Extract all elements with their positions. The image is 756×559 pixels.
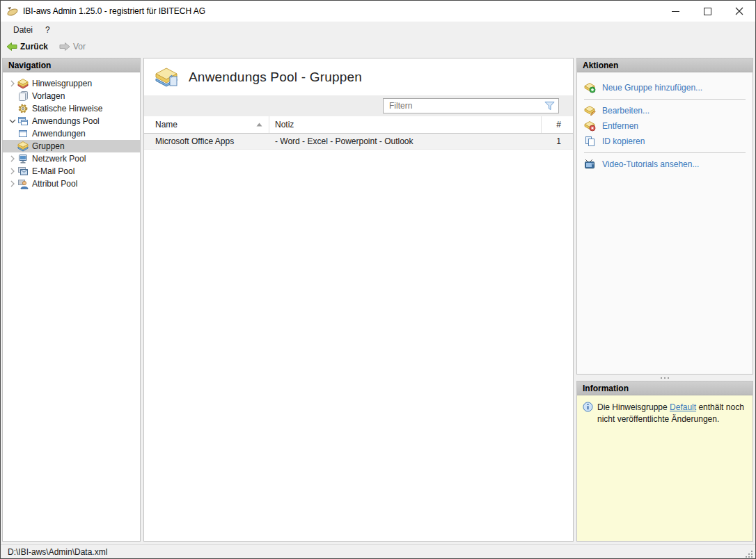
tree-item-label: Statische Hinweise xyxy=(32,104,102,113)
tree-item-netzwerk-pool[interactable]: Netzwerk Pool xyxy=(3,152,140,165)
action-label: Neue Gruppe hinzufügen... xyxy=(602,83,702,93)
column-header-name[interactable]: Name xyxy=(144,120,269,129)
forward-button-label: Vor xyxy=(73,42,86,52)
action-label: Entfernen xyxy=(602,121,638,131)
tree-item-label: Netzwerk Pool xyxy=(32,154,86,164)
remove-group-icon xyxy=(584,120,596,132)
chevron-right-icon[interactable] xyxy=(8,155,17,162)
action-add-group[interactable]: Neue Gruppe hinzufügen... xyxy=(584,80,746,95)
copy-id-icon xyxy=(584,136,596,147)
actions-separator xyxy=(584,152,746,153)
forward-arrow-icon xyxy=(59,42,70,52)
toolbar: Zurück Vor xyxy=(1,38,755,55)
filter-input[interactable] xyxy=(383,98,559,113)
minimize-button[interactable] xyxy=(659,1,691,22)
splitter-grip-icon xyxy=(664,377,666,379)
forward-button[interactable]: Vor xyxy=(57,40,88,53)
information-panel-header: Information xyxy=(577,381,753,395)
action-label: Bearbeiten... xyxy=(602,106,649,116)
notice-groups-icon xyxy=(17,78,29,89)
tree-item-email-pool[interactable]: E-Mail Pool xyxy=(3,165,140,178)
action-edit[interactable]: Bearbeiten... xyxy=(584,103,746,118)
add-group-icon xyxy=(584,82,596,93)
info-text-before: Die Hinweisgruppe xyxy=(597,402,670,412)
tree-item-label: Gruppen xyxy=(32,141,65,151)
statusbar: D:\IBI-aws\Admin\Data.xml xyxy=(1,544,755,558)
actions-separator xyxy=(584,99,746,100)
maximize-button[interactable] xyxy=(691,1,723,22)
navigation-panel-header: Navigation xyxy=(3,58,140,72)
table-row[interactable]: Microsoft Office Apps - Word - Excel - P… xyxy=(144,134,573,150)
attribute-pool-icon xyxy=(17,178,29,189)
column-label: Notiz xyxy=(275,120,294,129)
panel-splitter[interactable] xyxy=(576,375,753,381)
column-label: Name xyxy=(155,120,178,129)
window-title: IBI-aws Admin 1.25.0 - registriert für I… xyxy=(23,6,205,16)
tree-item-attribut-pool[interactable]: Attribut Pool xyxy=(3,178,140,190)
close-button[interactable] xyxy=(723,1,755,22)
back-button[interactable]: Zurück xyxy=(4,40,50,53)
column-header-count[interactable]: # xyxy=(541,116,573,133)
tree-item-anwendungs-pool[interactable]: Anwendungs Pool xyxy=(3,115,140,127)
static-notices-icon xyxy=(17,103,29,114)
menu-datei[interactable]: Datei xyxy=(7,24,39,36)
tree-item-label: Anwendungen xyxy=(32,129,86,139)
email-pool-icon xyxy=(17,166,29,177)
action-copy-id[interactable]: ID kopieren xyxy=(584,134,746,149)
groups-icon xyxy=(17,141,29,152)
chevron-down-icon[interactable] xyxy=(8,118,17,124)
sort-ascending-icon xyxy=(256,123,262,127)
app-icon xyxy=(6,6,19,17)
main-panel: Anwendungs Pool - Gruppen Name xyxy=(143,58,574,542)
action-label: ID kopieren xyxy=(602,136,645,146)
tree-item-label: Hinweisgruppen xyxy=(32,79,92,88)
main-header: Anwendungs Pool - Gruppen xyxy=(144,58,573,95)
tree-item-gruppen[interactable]: Gruppen xyxy=(3,140,140,152)
tree-item-label: E-Mail Pool xyxy=(32,166,74,176)
back-button-label: Zurück xyxy=(20,42,48,52)
chevron-right-icon[interactable] xyxy=(8,180,17,187)
navigation-panel: Navigation Hinweisgruppen xyxy=(2,58,141,542)
resize-grip[interactable] xyxy=(745,550,753,558)
tree-item-anwendungen[interactable]: Anwendungen xyxy=(3,127,140,140)
information-panel: Information Die Hinweisgruppe Default en… xyxy=(576,381,753,542)
navigation-tree: Hinweisgruppen Vorlagen xyxy=(3,72,140,190)
info-message: Die Hinweisgruppe Default enthält noch n… xyxy=(597,402,747,426)
workspace: Navigation Hinweisgruppen xyxy=(1,55,755,544)
action-remove[interactable]: Entfernen xyxy=(584,118,746,134)
cell-name: Microsoft Office Apps xyxy=(144,136,269,146)
filter-icon[interactable] xyxy=(544,101,555,111)
network-pool-icon xyxy=(17,153,29,164)
menu-help[interactable]: ? xyxy=(39,24,56,36)
data-file-path: D:\IBI-aws\Admin\Data.xml xyxy=(8,547,107,557)
tree-item-vorlagen[interactable]: Vorlagen xyxy=(3,90,140,102)
cell-count: 1 xyxy=(541,134,573,149)
menubar: Datei ? xyxy=(1,22,755,38)
back-arrow-icon xyxy=(6,42,17,52)
templates-icon xyxy=(17,90,29,102)
right-column: Aktionen Neue Gruppe hinzufügen... xyxy=(576,58,753,542)
actions-panel-header: Aktionen xyxy=(577,58,753,72)
app-window: IBI-aws Admin 1.25.0 - registriert für I… xyxy=(0,0,756,559)
tree-item-label: Anwendungs Pool xyxy=(32,116,100,126)
default-group-link[interactable]: Default xyxy=(670,402,696,412)
column-header-notiz[interactable]: Notiz xyxy=(269,116,541,133)
tree-item-label: Attribut Pool xyxy=(32,179,77,189)
chevron-right-icon[interactable] xyxy=(8,168,17,175)
application-pool-groups-icon xyxy=(155,67,180,88)
edit-group-icon xyxy=(584,105,596,116)
column-label: # xyxy=(556,120,561,129)
tree-item-label: Vorlagen xyxy=(32,91,65,101)
info-icon xyxy=(583,402,593,412)
table-empty-area xyxy=(144,150,573,541)
applications-icon xyxy=(17,128,29,139)
titlebar[interactable]: IBI-aws Admin 1.25.0 - registriert für I… xyxy=(1,1,755,22)
tree-item-statische-hinweise[interactable]: Statische Hinweise xyxy=(3,102,140,115)
action-video-tutorials[interactable]: Video-Tutorials ansehen... xyxy=(584,157,746,172)
page-title: Anwendungs Pool - Gruppen xyxy=(189,70,362,85)
application-pool-icon xyxy=(17,116,29,127)
tree-item-hinweisgruppen[interactable]: Hinweisgruppen xyxy=(3,77,140,90)
actions-panel: Aktionen Neue Gruppe hinzufügen... xyxy=(576,58,753,375)
chevron-right-icon[interactable] xyxy=(8,80,17,87)
table-header: Name Notiz # xyxy=(144,116,573,134)
